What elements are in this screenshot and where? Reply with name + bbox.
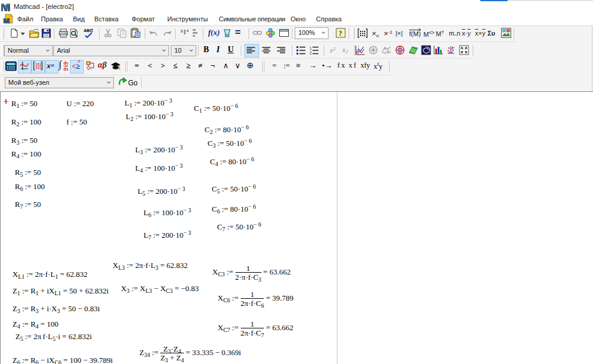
svg-text:?: ? bbox=[339, 29, 342, 37]
svg-text:ABC: ABC bbox=[84, 28, 93, 33]
svg-text:2: 2 bbox=[310, 51, 312, 55]
svg-text:1: 1 bbox=[310, 46, 312, 50]
